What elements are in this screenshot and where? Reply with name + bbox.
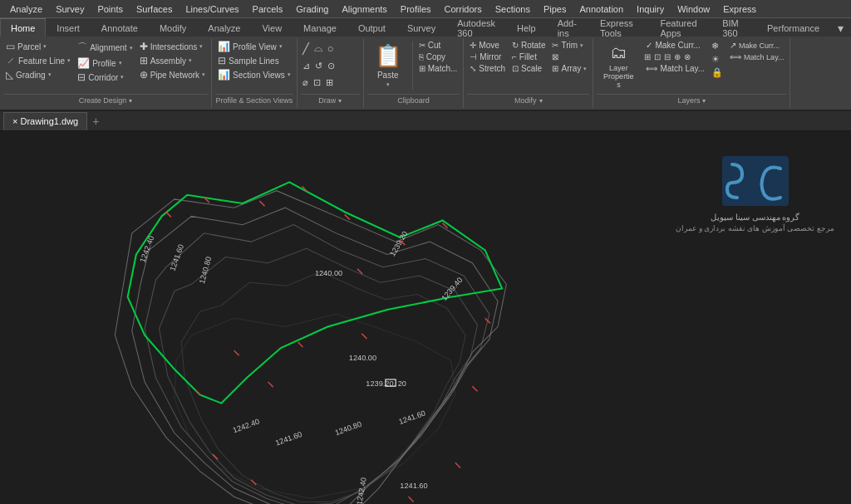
btn-sample-lines[interactable]: ⊟ Sample Lines — [215, 54, 293, 67]
menu-window[interactable]: Window — [671, 2, 716, 16]
btn-feature-line[interactable]: ⟋ Feature Line ▾ — [3, 54, 73, 67]
btn-draw6[interactable]: ⊡ — [312, 76, 322, 90]
menu-grading[interactable]: Grading — [289, 2, 335, 16]
tab-view[interactable]: View — [251, 18, 293, 37]
tab-manage[interactable]: Manage — [293, 18, 347, 37]
btn-move[interactable]: ✛ Move — [467, 40, 508, 51]
btn-corridor[interactable]: ⊟ Corridor ▾ — [75, 71, 135, 84]
btn-line[interactable]: ╱ — [301, 41, 311, 56]
doc-tab-add[interactable]: + — [87, 113, 104, 130]
btn-mirror[interactable]: ⊣ Mirror — [467, 51, 508, 62]
tab-home[interactable]: Home — [0, 18, 46, 37]
btn-isolate[interactable]: ☀ — [711, 53, 724, 66]
tab-featured-apps[interactable]: Featured Apps — [649, 18, 711, 37]
modify-label[interactable]: Modify ▾ — [467, 94, 589, 106]
menu-analyze[interactable]: Analyze — [3, 2, 49, 16]
menu-profiles[interactable]: Profiles — [394, 2, 438, 16]
btn-parcel[interactable]: ▭ Parcel ▾ — [3, 40, 73, 53]
btn-layer-icon3[interactable]: ⊟ — [663, 51, 671, 62]
btn-paste[interactable]: 📋 Paste ▾ — [367, 40, 409, 91]
btn-make-current2[interactable]: ↗ Make Curr... — [727, 40, 786, 51]
menu-express[interactable]: Express — [716, 2, 763, 16]
layers-label[interactable]: Layers ▾ — [597, 94, 786, 106]
circle-icon: ○ — [327, 42, 334, 55]
tab-analyze[interactable]: Analyze — [197, 18, 251, 37]
btn-draw2[interactable]: ⊿ — [301, 59, 312, 73]
btn-layer-icon1[interactable]: ⊞ — [643, 51, 652, 62]
btn-draw3[interactable]: ↺ — [313, 59, 324, 73]
tab-insert[interactable]: Insert — [46, 18, 91, 37]
profile-section-label[interactable]: Profile & Section Views — [215, 94, 293, 106]
btn-alignment[interactable]: ⌒ Alignment ▾ — [75, 40, 135, 56]
doc-tab-drawing1[interactable]: × Drawing1.dwg — [3, 112, 87, 130]
btn-profile[interactable]: 📈 Profile ▾ — [75, 56, 135, 70]
btn-match-properties[interactable]: ⊞ Match... — [416, 63, 460, 74]
btn-fillet[interactable]: ⌐ Fillet — [509, 51, 548, 62]
btn-copy[interactable]: ⎘ Copy — [416, 51, 460, 62]
btn-profile-view[interactable]: 📊 Profile View ▾ — [215, 40, 293, 53]
btn-intersections[interactable]: ✚ Intersections ▾ — [137, 40, 208, 53]
tab-express-tools[interactable]: Express Tools — [589, 18, 649, 37]
btn-rotate[interactable]: ↻ Rotate — [509, 40, 548, 51]
btn-array[interactable]: ⊞ Array ▾ — [549, 63, 589, 74]
tab-survey[interactable]: Survey — [396, 18, 446, 37]
canvas-area[interactable]: گروه مهندسی سینا سیویل مرجع تخصصی آموزش … — [0, 131, 851, 504]
ribbon-content: ▭ Parcel ▾ ⟋ Feature Line ▾ ◺ Grading ▾ — [0, 37, 851, 110]
btn-pipe-network[interactable]: ⊕ Pipe Network ▾ — [137, 68, 208, 81]
menu-sections[interactable]: Sections — [489, 2, 537, 16]
btn-scale[interactable]: ⊡ Scale — [509, 63, 548, 74]
menu-inquiry[interactable]: Inquiry — [630, 2, 671, 16]
btn-freeze[interactable]: ❄ — [711, 40, 724, 52]
btn-trim2[interactable]: ⊠ — [549, 51, 589, 62]
btn-lock[interactable]: 🔒 — [711, 66, 724, 79]
btn-layer-icon4[interactable]: ⊕ — [673, 51, 681, 62]
btn-layer-icon5[interactable]: ⊗ — [683, 51, 691, 62]
btn-circle[interactable]: ○ — [326, 41, 336, 56]
btn-match-layer2[interactable]: ⟺ Match Lay... — [727, 51, 786, 62]
tab-bim360[interactable]: BIM 360 — [711, 18, 756, 37]
menu-parcels[interactable]: Parcels — [246, 2, 290, 16]
tab-addins[interactable]: Add-ins — [547, 18, 589, 37]
btn-grading[interactable]: ◺ Grading ▾ — [3, 68, 73, 81]
menu-alignments[interactable]: Alignments — [335, 2, 393, 16]
tab-modify[interactable]: Modify — [149, 18, 197, 37]
tab-help[interactable]: Help — [506, 18, 547, 37]
menu-points[interactable]: Points — [91, 2, 130, 16]
svg-line-22 — [234, 350, 239, 355]
btn-draw4[interactable]: ⊙ — [326, 59, 337, 73]
draw4-icon: ⊙ — [327, 61, 335, 71]
tab-output[interactable]: Output — [347, 18, 396, 37]
btn-layer-properties[interactable]: 🗂 Layer Properties — [597, 40, 640, 92]
stretch-icon: ⤡ — [470, 64, 476, 73]
menu-surfaces[interactable]: Surfaces — [130, 2, 179, 16]
drawing-canvas[interactable]: 1242.40 1241.60 1240.80 1240.00 1239.20 … — [0, 131, 851, 504]
cut-icon: ✂ — [419, 41, 426, 50]
btn-arc[interactable]: ⌓ — [312, 40, 324, 56]
btn-stretch[interactable]: ⤡ Stretch — [467, 63, 508, 74]
tab-extra[interactable]: ▾ — [830, 18, 851, 37]
menu-annotation[interactable]: Annotation — [573, 2, 631, 16]
btn-cut[interactable]: ✂ Cut — [416, 40, 460, 51]
btn-draw7[interactable]: ⊞ — [324, 76, 335, 90]
btn-assembly[interactable]: ⊞ Assembly ▾ — [137, 54, 208, 67]
grading-icon: ◺ — [6, 69, 13, 81]
menu-pipes[interactable]: Pipes — [537, 2, 573, 16]
menu-survey[interactable]: Survey — [49, 2, 91, 16]
tab-autodesk360[interactable]: Autodesk 360 — [446, 18, 506, 37]
btn-match-layer[interactable]: ⟺ Match Lay... — [643, 63, 707, 74]
tab-annotate[interactable]: Annotate — [91, 18, 149, 37]
menu-corridors[interactable]: Corridors — [438, 2, 489, 16]
create-design-label[interactable]: Create Design ▾ — [3, 94, 208, 106]
menu-lines-curves[interactable]: Lines/Curves — [179, 2, 245, 16]
btn-section-views[interactable]: 📊 Section Views ▾ — [215, 68, 293, 81]
btn-draw5[interactable]: ⌀ — [301, 76, 310, 90]
tab-performance[interactable]: Performance — [756, 18, 830, 37]
draw-label[interactable]: Draw ▾ — [301, 94, 360, 106]
clipboard-col: ✂ Cut ⎘ Copy ⊞ Match... — [416, 40, 460, 91]
feature-line-dropdown-icon: ▾ — [67, 57, 71, 64]
make-current-icon: ✓ — [646, 41, 652, 50]
btn-trim[interactable]: ✂ Trim ▾ — [549, 40, 589, 51]
clipboard-label[interactable]: Clipboard — [367, 94, 460, 106]
btn-make-current[interactable]: ✓ Make Curr... — [643, 40, 707, 51]
btn-layer-icon2[interactable]: ⊡ — [653, 51, 662, 62]
